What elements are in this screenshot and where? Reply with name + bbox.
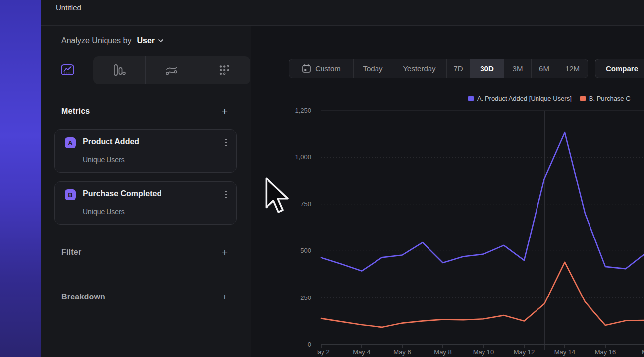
tab-insights[interactable]: [42, 56, 93, 84]
series-line-a[interactable]: [321, 132, 644, 271]
add-breakdown-button[interactable]: +: [222, 292, 228, 302]
range-label: 7D: [453, 64, 463, 73]
range-label: Custom: [315, 64, 341, 73]
insights-line-chart-icon: [61, 63, 74, 77]
range-custom[interactable]: Custom: [289, 59, 353, 78]
series-line-b[interactable]: [321, 262, 644, 327]
range-label: Today: [363, 64, 382, 73]
tab-flows[interactable]: [145, 56, 198, 84]
x-axis-tick-label: May 16: [595, 348, 616, 356]
calendar-icon: [302, 64, 311, 73]
metrics-title: Metrics: [61, 107, 90, 116]
range-yesterday[interactable]: Yesterday: [392, 59, 446, 78]
x-axis-tick-label: May 10: [473, 348, 494, 356]
range-label: 12M: [565, 64, 580, 73]
x-axis-tick-label: May 8: [434, 348, 451, 356]
y-axis-tick-label: 500: [300, 247, 311, 254]
analyze-by-dropdown[interactable]: User: [137, 36, 163, 45]
add-filter-button[interactable]: +: [222, 247, 228, 257]
add-metric-button[interactable]: +: [222, 106, 228, 116]
tab-funnels[interactable]: [93, 56, 145, 84]
breakdown-header: Breakdown +: [61, 292, 228, 302]
x-axis-tick-label: May 6: [393, 348, 411, 356]
mouse-cursor: [264, 177, 292, 216]
x-axis-tick-label: May 2: [317, 348, 330, 356]
retention-grid-icon: [218, 64, 230, 76]
y-axis-tick-label: 250: [300, 294, 311, 301]
top-header: Untitled: [41, 0, 644, 26]
metric-aggregation[interactable]: Unique Users: [83, 156, 125, 164]
metric-badge-a: A: [65, 137, 76, 148]
range-label: 6M: [539, 64, 549, 73]
tab-retention[interactable]: [198, 56, 250, 84]
compare-label: Compare: [606, 64, 638, 73]
x-axis-tick-label: Ma: [642, 348, 644, 356]
left-gradient-strip: [0, 0, 41, 357]
y-axis-tick-label: 1,250: [295, 107, 311, 114]
legend-swatch-a: [468, 96, 474, 101]
date-range-bar: Custom Today Yesterday 7D 30D 3M 6M 12M: [289, 59, 588, 78]
metric-name: Product Added: [83, 137, 139, 146]
filter-header: Filter +: [61, 247, 228, 257]
legend-label-a: A. Product Added [Unique Users]: [477, 95, 572, 102]
range-label: 30D: [480, 64, 494, 73]
legend-item-a[interactable]: A. Product Added [Unique Users]: [468, 95, 572, 102]
report-title[interactable]: Untitled: [56, 3, 81, 12]
legend-label-b: B. Purchase C: [589, 95, 631, 102]
x-axis-tick-label: May 12: [514, 348, 535, 356]
legend-swatch-b: [580, 96, 586, 101]
filter-title: Filter: [61, 248, 81, 257]
metric-options-button[interactable]: [224, 189, 228, 200]
funnel-bars-icon: [112, 64, 126, 76]
analyze-row: Analyze Uniques by User: [41, 26, 251, 56]
breakdown-title: Breakdown: [61, 293, 105, 301]
range-30d[interactable]: 30D: [470, 59, 504, 78]
range-today[interactable]: Today: [353, 59, 392, 78]
legend-item-b[interactable]: B. Purchase C: [580, 95, 631, 102]
y-axis-tick-label: 1,000: [295, 153, 311, 161]
metric-name: Purchase Completed: [83, 189, 161, 198]
range-6m[interactable]: 6M: [531, 59, 557, 78]
chart-legend: A. Product Added [Unique Users] B. Purch…: [468, 95, 631, 102]
metric-badge-b: B: [65, 189, 76, 200]
analyze-label: Analyze Uniques by: [61, 36, 131, 45]
chevron-down-icon: [158, 39, 163, 43]
flows-icon: [165, 64, 178, 76]
metric-aggregation[interactable]: Unique Users: [83, 208, 125, 216]
metric-card-a[interactable]: A Product Added Unique Users: [54, 129, 237, 173]
tab-group: [93, 56, 250, 84]
range-7d[interactable]: 7D: [446, 59, 470, 78]
x-axis-tick-label: May 4: [353, 348, 370, 356]
range-12m[interactable]: 12M: [557, 59, 588, 78]
compare-button[interactable]: Compare: [595, 59, 644, 78]
metrics-header: Metrics +: [61, 106, 228, 116]
line-chart[interactable]: May 2May 4May 6May 8May 10May 12May 14Ma…: [317, 107, 644, 357]
y-axis-tick-label: 0: [308, 341, 311, 348]
metric-options-button[interactable]: [224, 137, 228, 148]
range-3m[interactable]: 3M: [504, 59, 531, 78]
y-axis-tick-label: 750: [300, 200, 311, 208]
y-axis-labels: 02505007501,0001,250: [276, 0, 311, 357]
range-label: Yesterday: [403, 64, 435, 73]
x-axis-tick-label: May 14: [554, 348, 576, 356]
analyze-by-value: User: [137, 36, 155, 45]
app-window: Untitled Analyze Uniques by User: [0, 0, 644, 357]
range-label: 3M: [513, 64, 523, 73]
metric-card-b[interactable]: B Purchase Completed Unique Users: [54, 181, 237, 225]
